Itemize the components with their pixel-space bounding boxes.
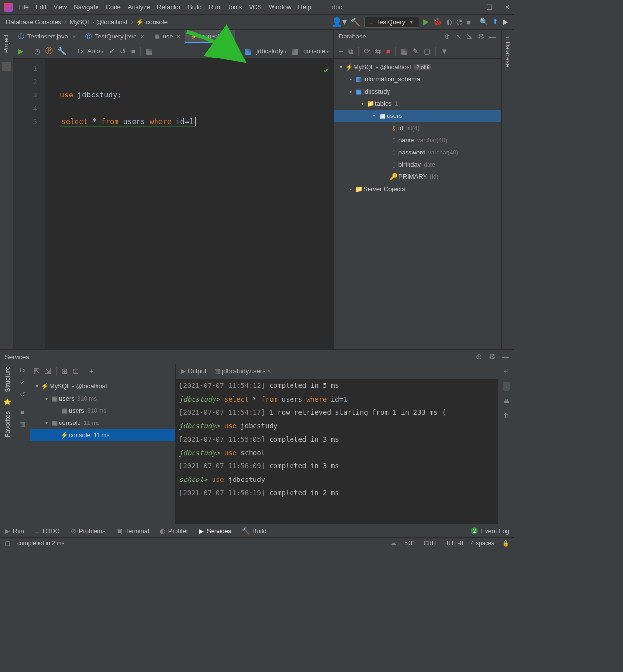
split-icon[interactable]: ⊡ bbox=[73, 367, 79, 376]
bg-task-icon[interactable]: ☁ bbox=[390, 540, 396, 547]
session-select[interactable]: console▾ bbox=[303, 47, 329, 55]
filter-icon[interactable]: ▼ bbox=[441, 47, 448, 55]
table-editor-icon[interactable]: ▦ bbox=[401, 47, 408, 56]
rollback-icon[interactable]: ↺ bbox=[120, 47, 126, 56]
btab-services[interactable]: ▶Services bbox=[199, 527, 231, 535]
add-icon[interactable]: + bbox=[339, 47, 343, 55]
tx-mode[interactable]: Tx: Auto▾ bbox=[77, 47, 104, 55]
menu-view[interactable]: View bbox=[53, 3, 67, 11]
btab-todo[interactable]: ≡TODO bbox=[35, 527, 60, 535]
close-icon[interactable]: × bbox=[267, 367, 271, 375]
menu-navigate[interactable]: Navigate bbox=[74, 3, 98, 11]
add-svc-icon[interactable]: + bbox=[89, 367, 94, 375]
project-collapse-icon[interactable] bbox=[2, 62, 11, 71]
collapse-icon[interactable]: ⇲ bbox=[467, 32, 473, 41]
project-tool[interactable]: Project bbox=[3, 35, 10, 53]
tab-use[interactable]: ▦use× bbox=[149, 30, 186, 43]
cancel-icon[interactable]: ■ bbox=[131, 47, 136, 55]
users-tab[interactable]: ▦ jdbcstudy.users × bbox=[214, 367, 271, 375]
commit-icon[interactable]: ✔ bbox=[109, 47, 115, 56]
menu-analyze[interactable]: Analyze bbox=[128, 3, 150, 11]
database-tree[interactable]: ▾⚡MySQL - @localhost2 of 6 ▸▦information… bbox=[334, 59, 501, 349]
inspection-ok-icon[interactable]: ✔ bbox=[324, 63, 329, 77]
gear-icon[interactable]: ⚙ bbox=[478, 32, 484, 41]
minimize-icon[interactable]: — bbox=[468, 3, 475, 11]
cancel-icon[interactable]: ■ bbox=[20, 408, 24, 416]
execute-icon[interactable]: ▶ bbox=[18, 47, 24, 56]
scroll-end-icon[interactable]: ⤓ bbox=[503, 382, 510, 391]
bc-console[interactable]: console bbox=[146, 19, 168, 26]
code-editor[interactable]: use jdbcstudy; select * from users where… bbox=[45, 59, 333, 349]
dup-icon[interactable]: ⧉ bbox=[348, 47, 353, 56]
run-icon[interactable]: ▶ bbox=[423, 18, 429, 26]
tx-icon[interactable]: Tx bbox=[19, 366, 26, 374]
btab-problems[interactable]: ⊘Problems bbox=[71, 527, 106, 535]
edit-icon[interactable]: ✎ bbox=[412, 47, 419, 56]
ide-features-icon[interactable]: ▶ bbox=[503, 18, 508, 26]
target-icon[interactable]: ⊕ bbox=[476, 352, 482, 361]
build-icon[interactable]: 🔨 bbox=[350, 18, 360, 27]
stop-db-icon[interactable]: ■ bbox=[386, 47, 390, 55]
group-icon[interactable]: ⊞ bbox=[61, 367, 68, 376]
refresh-icon[interactable]: ⟳ bbox=[364, 47, 370, 56]
explain-icon[interactable]: Ⓟ bbox=[45, 46, 53, 56]
soft-wrap-icon[interactable]: ↩ bbox=[504, 367, 509, 375]
search-icon[interactable]: 🔍 bbox=[479, 18, 488, 26]
menu-refactor[interactable]: Refactor bbox=[157, 3, 181, 11]
menu-code[interactable]: Code bbox=[106, 3, 121, 11]
tab-testquery[interactable]: ⒸTestQuery.java× bbox=[80, 30, 149, 43]
indent[interactable]: 4 spaces bbox=[471, 540, 494, 547]
close-icon[interactable]: × bbox=[140, 33, 144, 40]
output-tab[interactable]: ▶ Output bbox=[181, 367, 207, 375]
bc-conn[interactable]: MySQL - @localhost bbox=[70, 19, 128, 26]
event-log[interactable]: 2Event Log bbox=[471, 527, 509, 535]
menu-window[interactable]: Window bbox=[269, 3, 291, 11]
menu-run[interactable]: Run bbox=[209, 3, 220, 11]
close-icon[interactable]: × bbox=[72, 33, 76, 40]
run-config-select[interactable]: ≡ TestQuery ▼ bbox=[364, 17, 419, 28]
cursor-pos[interactable]: 5:31 bbox=[404, 540, 415, 547]
close-icon[interactable]: × bbox=[177, 33, 181, 40]
rollback-icon[interactable]: ↺ bbox=[20, 391, 25, 398]
user-icon[interactable]: 👤▾ bbox=[331, 17, 347, 27]
favorites-tool[interactable]: Favorites bbox=[4, 411, 11, 437]
stop-icon[interactable]: ■ bbox=[467, 18, 471, 26]
schema-select[interactable]: jdbcstudy▾ bbox=[256, 47, 287, 55]
page-icon[interactable]: ▦ bbox=[19, 421, 25, 428]
console-output[interactable]: [2021-07-07 11:54:12] completed in 5 ms … bbox=[176, 379, 498, 524]
clear-icon[interactable]: 🗑 bbox=[503, 412, 509, 419]
database-tool[interactable]: Database bbox=[505, 42, 511, 67]
structure-tool[interactable]: Structure bbox=[4, 366, 11, 392]
profile-icon[interactable]: ◔ bbox=[456, 18, 463, 26]
menu-vcs[interactable]: VCS bbox=[249, 3, 262, 11]
tab-console[interactable]: ⚡console× bbox=[185, 30, 235, 43]
collapse-icon[interactable]: ⇲ bbox=[45, 367, 51, 376]
services-tree[interactable]: ▾⚡MySQL - @localhost ▾▦users310 ms ▦user… bbox=[30, 379, 175, 442]
hide-icon[interactable]: — bbox=[502, 352, 509, 361]
wrench-icon[interactable]: 🔧 bbox=[58, 47, 67, 56]
btab-run[interactable]: ▶Run bbox=[5, 527, 24, 535]
menu-build[interactable]: Build bbox=[188, 3, 202, 11]
coverage-icon[interactable]: ◐ bbox=[446, 18, 452, 26]
debug-icon[interactable]: 🐞 bbox=[433, 18, 442, 26]
gear-icon[interactable]: ⚙ bbox=[489, 352, 495, 361]
maximize-icon[interactable]: ☐ bbox=[487, 3, 493, 11]
menu-file[interactable]: File bbox=[19, 3, 29, 11]
update-icon[interactable]: ⬆ bbox=[492, 18, 499, 26]
target-icon[interactable]: ⊕ bbox=[444, 32, 450, 41]
commit-icon[interactable]: ✔ bbox=[20, 379, 25, 386]
close-icon[interactable]: × bbox=[227, 32, 231, 39]
plan-icon[interactable]: ◷ bbox=[34, 47, 40, 56]
line-sep[interactable]: CRLF bbox=[424, 540, 439, 547]
hide-icon[interactable]: — bbox=[489, 32, 496, 41]
lock-icon[interactable]: 🔒 bbox=[502, 540, 509, 547]
btab-build[interactable]: 🔨Build bbox=[242, 527, 267, 535]
close-icon[interactable]: ✕ bbox=[505, 3, 510, 11]
expand-icon[interactable]: ⇱ bbox=[455, 32, 462, 41]
menu-edit[interactable]: Edit bbox=[36, 3, 46, 11]
menu-help[interactable]: Help bbox=[298, 3, 311, 11]
btab-profiler[interactable]: ◐Profiler bbox=[160, 527, 188, 535]
print-icon[interactable]: 🖶 bbox=[503, 398, 509, 405]
menu-tools[interactable]: Tools bbox=[227, 3, 242, 11]
sync-icon[interactable]: ⇆ bbox=[375, 47, 381, 56]
